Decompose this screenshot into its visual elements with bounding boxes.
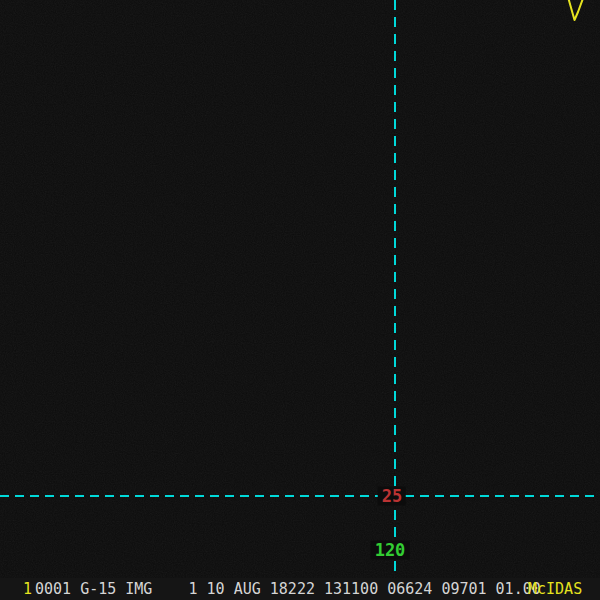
satellite-image-noise	[0, 0, 600, 578]
image-overlay	[0, 0, 600, 600]
mcidas-image-display: 25 120 1 0001 G-15 IMG 1 10 AUG 18222 13…	[0, 0, 600, 600]
crosshair-line-readout: 120	[371, 541, 410, 560]
frame-number: 1	[23, 578, 32, 600]
crosshair-value-readout: 25	[378, 487, 406, 506]
status-bar: 1 0001 G-15 IMG 1 10 AUG 18222 131100 06…	[0, 578, 600, 600]
mcidas-brand-label: McIDAS	[528, 578, 582, 600]
frame-directory-text: 0001 G-15 IMG 1 10 AUG 18222 131100 0662…	[35, 578, 541, 600]
